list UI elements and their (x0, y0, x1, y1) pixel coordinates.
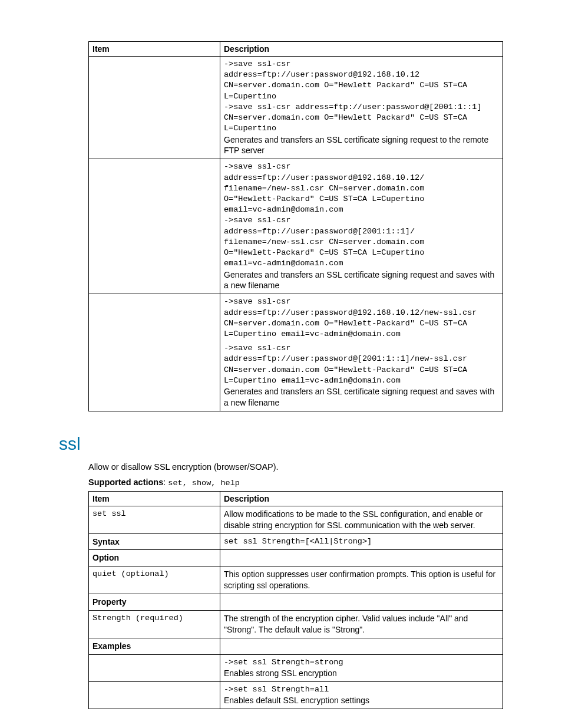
cell-desc (220, 594, 503, 611)
cell-item (89, 654, 220, 681)
cell-item: Strength (required) (89, 611, 220, 638)
cell-item-option: Option (89, 550, 220, 566)
description-text: Enables default SSL encryption settings (224, 695, 499, 706)
section-intro: Allow or disallow SSL encryption (browse… (88, 462, 503, 472)
code-block: ->save ssl-csr address=ftp://user:passwo… (224, 297, 499, 340)
th-item: Item (89, 491, 220, 506)
th-desc: Description (220, 42, 503, 57)
cell-item-syntax: Syntax (89, 533, 220, 550)
cell-item: set ssl (89, 506, 220, 533)
table-row: Property (89, 594, 503, 611)
cell-item-property: Property (89, 594, 220, 611)
code-block: ->save ssl-csr address=ftp://user:passwo… (224, 59, 499, 134)
cell-desc: This option suppresses user confirmation… (220, 566, 503, 594)
cell-item (89, 681, 220, 709)
cell-desc: set ssl Strength=[<All|Strong>] (220, 533, 503, 550)
cell-desc: ->save ssl-csr address=ftp://user:passwo… (220, 294, 503, 411)
th-desc: Description (220, 491, 503, 506)
code-block: ->save ssl-csr address=ftp://user:passwo… (224, 162, 499, 269)
cell-desc: Allow modifications to be made to the SS… (220, 506, 503, 533)
table-row: ->set ssl Strength=all Enables default S… (89, 681, 503, 709)
cell-desc: ->save ssl-csr address=ftp://user:passwo… (220, 159, 503, 294)
table-row: set ssl Allow modifications to be made t… (89, 506, 503, 533)
table-row: ->set ssl Strength=strong Enables strong… (89, 654, 503, 681)
supported-actions-value: set, show, help (168, 479, 240, 487)
description-text: Generates and transfers an SSL certifica… (224, 386, 499, 409)
cell-desc: ->set ssl Strength=strong Enables strong… (220, 654, 503, 681)
th-item: Item (89, 42, 220, 57)
table-ssl-command: Item Description set ssl Allow modificat… (88, 491, 503, 709)
cell-desc (220, 550, 503, 566)
cell-item (89, 294, 220, 411)
table-row: Examples (89, 638, 503, 654)
description-text: Generates and transfers an SSL certifica… (224, 134, 499, 157)
description-text: Generates and transfers an SSL certifica… (224, 269, 499, 292)
table-row: Option (89, 550, 503, 566)
cell-desc: The strength of the encryption cipher. V… (220, 611, 503, 638)
cell-item: quiet (optional) (89, 566, 220, 594)
cell-item (89, 159, 220, 294)
table-row: Strength (required) The strength of the … (89, 611, 503, 638)
cell-desc (220, 638, 503, 654)
supported-actions-label: Supported actions (88, 477, 163, 487)
table-row: quiet (optional) This option suppresses … (89, 566, 503, 594)
table-row: Syntax set ssl Strength=[<All|Strong>] (89, 533, 503, 550)
code-block: ->set ssl Strength=strong (224, 657, 499, 668)
cell-desc: ->save ssl-csr address=ftp://user:passwo… (220, 57, 503, 159)
table-ssl-csr-examples: Item Description ->save ssl-csr address=… (88, 41, 503, 411)
code-block: ->save ssl-csr address=ftp://user:passwo… (224, 343, 499, 386)
cell-item (89, 57, 220, 159)
table-row: ->save ssl-csr address=ftp://user:passwo… (89, 57, 503, 159)
table-row: ->save ssl-csr address=ftp://user:passwo… (89, 294, 503, 411)
description-text: Enables strong SSL encryption (224, 668, 499, 679)
section-title-ssl: ssl (59, 434, 503, 454)
supported-actions: Supported actions: set, show, help (88, 477, 503, 487)
cell-desc: ->set ssl Strength=all Enables default S… (220, 681, 503, 709)
cell-item-examples: Examples (89, 638, 220, 654)
code-block: ->set ssl Strength=all (224, 684, 499, 695)
table-row: ->save ssl-csr address=ftp://user:passwo… (89, 159, 503, 294)
